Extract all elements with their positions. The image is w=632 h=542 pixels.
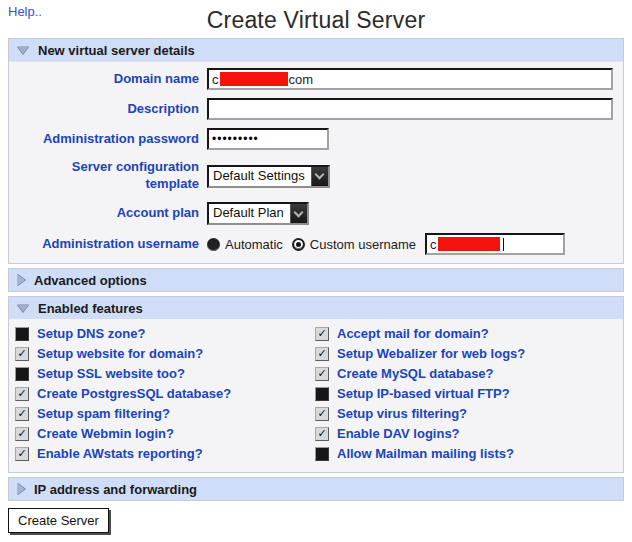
checkbox-mailman-lists[interactable]: [315, 447, 329, 461]
account-plan-select-value: Default Plan: [209, 204, 290, 223]
feature-label: Create MySQL database?: [337, 366, 494, 381]
help-link[interactable]: Help..: [8, 4, 42, 19]
feature-item: Create PostgresSQL database?: [15, 384, 315, 403]
checkbox-webmin-login[interactable]: [15, 427, 29, 441]
feature-label: Setup Webalizer for web logs?: [337, 346, 525, 361]
checkbox-awstats-reporting[interactable]: [15, 447, 29, 461]
collapse-triangle-icon[interactable]: [17, 304, 29, 312]
checkbox-setup-dns-zone[interactable]: [15, 327, 29, 341]
features-column-left: Setup DNS zone? Setup website for domain…: [15, 324, 315, 464]
description-input[interactable]: [207, 98, 613, 120]
expand-triangle-icon[interactable]: [17, 483, 25, 495]
section-title: New virtual server details: [38, 43, 195, 58]
description-label: Description: [17, 101, 199, 118]
domain-name-label: Domain name: [17, 71, 199, 88]
checkbox-accept-mail[interactable]: [315, 327, 329, 341]
domain-name-row: Domain name ccom: [17, 68, 613, 90]
template-label: Server configuration template: [17, 159, 199, 193]
section-header-features[interactable]: Enabled features: [9, 297, 623, 319]
feature-label: Setup DNS zone?: [37, 326, 145, 341]
admin-password-row: Administration password: [17, 128, 613, 150]
top-bar: Help.. Create Virtual Server: [0, 0, 632, 38]
feature-item: Enable AWstats reporting?: [15, 444, 315, 463]
feature-label: Create PostgresSQL database?: [37, 386, 231, 401]
feature-item: Setup DNS zone?: [15, 324, 315, 343]
feature-label: Setup website for domain?: [37, 346, 203, 361]
domain-value-suffix: com: [289, 72, 314, 87]
feature-label: Setup IP-based virtual FTP?: [337, 386, 510, 401]
create-server-button[interactable]: Create Server: [8, 508, 109, 533]
section-new-virtual-server-details: New virtual server details Domain name c…: [8, 38, 624, 264]
template-select-value: Default Settings: [209, 167, 311, 186]
section-header-details[interactable]: New virtual server details: [9, 39, 623, 61]
admin-password-input[interactable]: [207, 128, 329, 150]
feature-label: Setup virus filtering?: [337, 406, 467, 421]
domain-value-prefix: c: [212, 72, 219, 87]
feature-item: Create Webmin login?: [15, 424, 315, 443]
section-ip-address-forwarding: IP address and forwarding: [8, 477, 624, 501]
redaction-block: [220, 72, 288, 86]
checkbox-create-mysql[interactable]: [315, 367, 329, 381]
checkbox-webalizer[interactable]: [315, 347, 329, 361]
custom-username-radio[interactable]: [292, 238, 305, 251]
admin-password-label: Administration password: [17, 131, 199, 148]
template-row: Server configuration template Default Se…: [17, 158, 613, 194]
section-enabled-features: Enabled features Setup DNS zone? Setup w…: [8, 296, 624, 473]
checkbox-dav-logins[interactable]: [315, 427, 329, 441]
button-row: Create Server: [8, 508, 624, 533]
checkbox-spam-filtering[interactable]: [15, 407, 29, 421]
feature-label: Enable DAV logins?: [337, 426, 460, 441]
template-select[interactable]: Default Settings: [207, 165, 330, 188]
feature-label: Create Webmin login?: [37, 426, 174, 441]
domain-name-input[interactable]: ccom: [207, 68, 613, 90]
feature-item: Setup SSL website too?: [15, 364, 315, 383]
feature-label: Enable AWstats reporting?: [37, 446, 203, 461]
section-title: IP address and forwarding: [34, 482, 197, 497]
automatic-radio[interactable]: [207, 238, 220, 251]
feature-item: Setup Webalizer for web logs?: [315, 344, 615, 363]
details-form: Domain name ccom Description Administrat…: [9, 61, 623, 263]
section-advanced-options: Advanced options: [8, 268, 624, 292]
page-title: Create Virtual Server: [0, 0, 632, 34]
feature-item: Accept mail for domain?: [315, 324, 615, 343]
custom-username-radio-label: Custom username: [310, 237, 416, 252]
feature-item: Setup website for domain?: [15, 344, 315, 363]
redaction-block: [438, 237, 500, 251]
account-plan-select[interactable]: Default Plan: [207, 202, 309, 225]
chevron-down-icon: [311, 167, 328, 186]
features-grid: Setup DNS zone? Setup website for domain…: [9, 319, 623, 472]
text-caret: [503, 238, 504, 251]
section-title: Enabled features: [38, 301, 143, 316]
chevron-down-icon: [290, 204, 307, 223]
feature-item: Allow Mailman mailing lists?: [315, 444, 615, 463]
admin-username-label: Administration username: [17, 236, 199, 253]
feature-item: Setup virus filtering?: [315, 404, 615, 423]
feature-label: Setup spam filtering?: [37, 406, 170, 421]
description-row: Description: [17, 98, 613, 120]
features-column-right: Accept mail for domain? Setup Webalizer …: [315, 324, 615, 464]
custom-username-input[interactable]: c: [425, 233, 565, 255]
checkbox-create-postgresql[interactable]: [15, 387, 29, 401]
account-plan-label: Account plan: [17, 205, 199, 222]
admin-username-row: Administration username Automatic Custom…: [17, 233, 613, 255]
section-header-ip[interactable]: IP address and forwarding: [9, 478, 623, 500]
checkbox-setup-website[interactable]: [15, 347, 29, 361]
feature-item: Enable DAV logins?: [315, 424, 615, 443]
checkbox-ip-based-ftp[interactable]: [315, 387, 329, 401]
username-value-prefix: c: [430, 237, 437, 252]
feature-item: Setup IP-based virtual FTP?: [315, 384, 615, 403]
automatic-radio-label: Automatic: [225, 237, 283, 252]
feature-label: Setup SSL website too?: [37, 366, 185, 381]
feature-label: Allow Mailman mailing lists?: [337, 446, 514, 461]
section-title: Advanced options: [34, 273, 147, 288]
section-header-advanced[interactable]: Advanced options: [9, 269, 623, 291]
feature-item: Create MySQL database?: [315, 364, 615, 383]
feature-label: Accept mail for domain?: [337, 326, 489, 341]
feature-item: Setup spam filtering?: [15, 404, 315, 423]
expand-triangle-icon[interactable]: [17, 274, 25, 286]
account-plan-row: Account plan Default Plan: [17, 202, 613, 225]
collapse-triangle-icon[interactable]: [17, 46, 29, 54]
checkbox-virus-filtering[interactable]: [315, 407, 329, 421]
checkbox-setup-ssl-website[interactable]: [15, 367, 29, 381]
